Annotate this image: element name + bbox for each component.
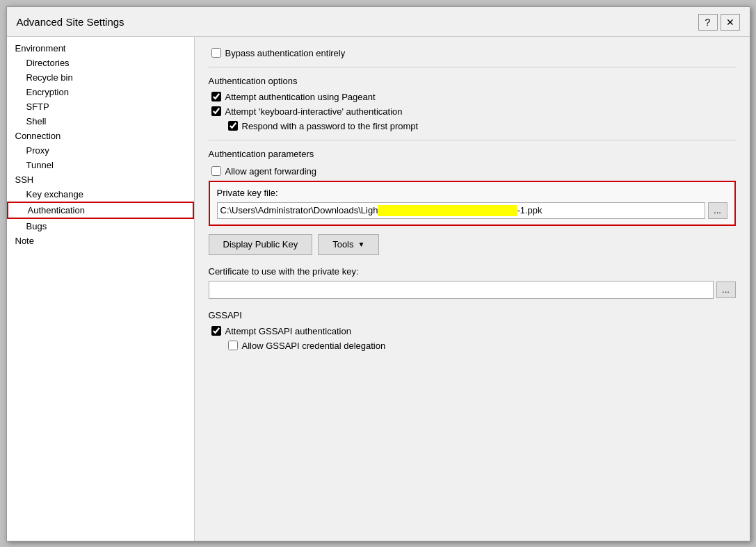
auth-password-checkbox[interactable] [228, 121, 238, 131]
key-path-prefix: C:\Users\Administrator\Downloads\Ligh [220, 205, 378, 215]
action-row: Display Public Key Tools ▼ [209, 234, 736, 255]
gssapi-delegate-label: Allow GSSAPI credential delegation [242, 341, 386, 351]
cert-input-field[interactable] [209, 281, 714, 299]
gssapi-attempt-label: Attempt GSSAPI authentication [225, 326, 351, 336]
sidebar-item-connection[interactable]: Connection [7, 129, 194, 143]
divider-1 [209, 67, 736, 67]
gssapi-attempt-row: Attempt GSSAPI authentication [209, 326, 736, 336]
cert-section: Certificate to use with the private key:… [209, 266, 736, 299]
bypass-auth-row: Bypass authentication entirely [209, 48, 736, 58]
dialog-window: Advanced Site Settings ? ✕ Environment D… [6, 6, 750, 541]
sidebar-item-sftp[interactable]: SFTP [7, 99, 194, 114]
bypass-auth-checkbox[interactable] [211, 48, 221, 58]
sidebar: Environment Directories Recycle bin Encr… [7, 37, 195, 541]
cert-row: ... [209, 281, 736, 299]
auth-pageant-label: Attempt authentication using Pageant [225, 92, 376, 102]
sidebar-item-directories[interactable]: Directories [7, 56, 194, 70]
private-key-browse-button[interactable]: ... [708, 202, 727, 219]
display-public-key-button[interactable]: Display Public Key [209, 234, 313, 255]
sidebar-item-shell[interactable]: Shell [7, 114, 194, 129]
gssapi-delegate-checkbox[interactable] [228, 341, 238, 350]
main-content: Bypass authentication entirely Authentic… [195, 37, 750, 541]
sidebar-item-authentication[interactable]: Authentication [7, 202, 194, 219]
allow-forwarding-label: Allow agent forwarding [225, 166, 317, 177]
tools-chevron-icon: ▼ [358, 240, 365, 248]
cert-browse-button[interactable]: ... [716, 281, 736, 298]
private-key-input-field[interactable]: C:\Users\Administrator\Downloads\Ligh-1.… [217, 202, 705, 219]
sidebar-item-environment[interactable]: Environment [7, 41, 194, 56]
auth-params-heading: Authentication parameters [209, 149, 736, 159]
sidebar-item-key-exchange[interactable]: Key exchange [7, 187, 194, 202]
private-key-box: Private key file: C:\Users\Administrator… [209, 181, 736, 226]
gssapi-section: GSSAPI Attempt GSSAPI authentication All… [209, 310, 736, 351]
key-path-suffix: -1.ppk [517, 205, 542, 215]
dialog-body: Environment Directories Recycle bin Encr… [7, 37, 750, 541]
bypass-auth-label: Bypass authentication entirely [225, 48, 346, 58]
private-key-row: C:\Users\Administrator\Downloads\Ligh-1.… [217, 202, 727, 219]
auth-password-row: Respond with a password to the first pro… [209, 121, 736, 131]
help-button[interactable]: ? [698, 14, 718, 31]
cert-label: Certificate to use with the private key: [209, 266, 736, 277]
gssapi-delegate-row: Allow GSSAPI credential delegation [209, 341, 736, 351]
sidebar-item-encryption[interactable]: Encryption [7, 85, 194, 99]
sidebar-item-proxy[interactable]: Proxy [7, 143, 194, 158]
sidebar-item-tunnel[interactable]: Tunnel [7, 158, 194, 172]
key-path-highlight [378, 205, 517, 216]
auth-keyboard-label: Attempt 'keyboard-interactive' authentic… [225, 106, 403, 117]
allow-forwarding-checkbox[interactable] [211, 166, 221, 176]
auth-options-heading: Authentication options [209, 76, 736, 86]
sidebar-item-note[interactable]: Note [7, 234, 194, 248]
divider-2 [209, 140, 736, 140]
auth-keyboard-row: Attempt 'keyboard-interactive' authentic… [209, 106, 736, 117]
auth-password-label: Respond with a password to the first pro… [242, 121, 419, 131]
allow-forwarding-row: Allow agent forwarding [209, 166, 736, 177]
auth-keyboard-checkbox[interactable] [211, 106, 221, 116]
dialog-title: Advanced Site Settings [17, 16, 124, 28]
title-bar: Advanced Site Settings ? ✕ [7, 7, 750, 37]
sidebar-item-bugs[interactable]: Bugs [7, 219, 194, 234]
auth-pageant-checkbox[interactable] [211, 92, 221, 101]
tools-button[interactable]: Tools ▼ [318, 234, 379, 255]
sidebar-item-ssh[interactable]: SSH [7, 172, 194, 187]
title-bar-buttons: ? ✕ [698, 14, 740, 31]
close-button[interactable]: ✕ [721, 14, 740, 31]
gssapi-heading: GSSAPI [209, 310, 736, 320]
tools-label: Tools [332, 239, 353, 250]
auth-pageant-row: Attempt authentication using Pageant [209, 92, 736, 102]
private-key-label: Private key file: [217, 188, 727, 198]
gssapi-attempt-checkbox[interactable] [211, 326, 221, 336]
sidebar-item-recycle-bin[interactable]: Recycle bin [7, 70, 194, 85]
